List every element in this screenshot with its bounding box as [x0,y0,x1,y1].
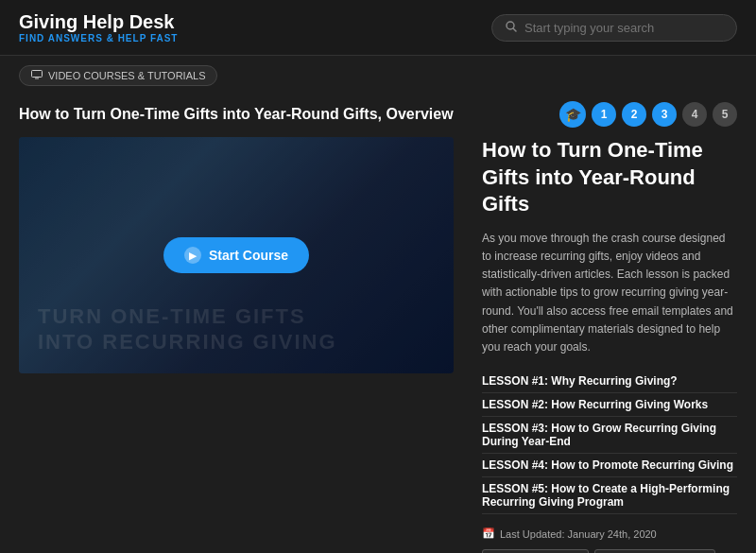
course-icon: 🎓 [559,101,586,128]
logo-area: Giving Help Desk FIND ANSWERS & HELP FAS… [19,11,178,43]
step-1[interactable]: 1 [592,102,616,127]
svg-line-1 [513,28,516,31]
step-3[interactable]: 3 [652,102,677,127]
breadcrumb-button[interactable]: VIDEO COURSES & TUTORIALS [19,65,217,86]
tag-video-courses[interactable]: VIDEO COURSES [482,549,589,553]
nav-bar: VIDEO COURSES & TUTORIALS [0,56,756,95]
page-title-bar: How to Turn One-Time Gifts into Year-Rou… [0,95,756,137]
lesson-2[interactable]: LESSON #2: How Recurring Giving Works [482,393,737,417]
step-4[interactable]: 4 [682,102,707,127]
step-2[interactable]: 2 [622,102,646,127]
calendar-icon: 📅 [482,527,495,540]
header: Giving Help Desk FIND ANSWERS & HELP FAS… [0,0,756,56]
lesson-list: LESSON #1: Why Recurring Giving? LESSON … [482,370,737,514]
video-overlay: ▶ Start Course [19,137,454,373]
lesson-5[interactable]: LESSON #5: How to Create a High-Performi… [482,477,737,514]
search-icon [506,21,517,35]
search-bar[interactable] [491,14,737,42]
monitor-icon [31,70,43,81]
video-container: turn one-time giftsinto recurring giving… [19,137,454,373]
start-course-button[interactable]: ▶ Start Course [163,237,309,273]
logo-title: Giving Help Desk [19,11,178,33]
logo-subtitle: FIND ANSWERS & HELP FAST [19,33,178,43]
last-updated: 📅 Last Updated: January 24th, 2020 [482,527,737,540]
lesson-1[interactable]: LESSON #1: Why Recurring Giving? [482,370,737,393]
lesson-3[interactable]: LESSON #3: How to Grow Recurring Giving … [482,417,737,454]
tag-church-planning[interactable]: CHURCH PLANNING [594,549,714,553]
course-title: How to Turn One-Time Gifts into Year-Rou… [482,137,737,218]
lesson-4[interactable]: LESSON #4: How to Promote Recurring Givi… [482,454,737,477]
svg-rect-2 [32,71,43,78]
video-panel: turn one-time giftsinto recurring giving… [19,137,463,553]
tags-row: VIDEO COURSES CHURCH PLANNING ONLINE GIV… [482,549,737,553]
breadcrumb-label: VIDEO COURSES & TUTORIALS [48,70,205,81]
start-course-label: Start Course [209,248,288,263]
search-input[interactable] [524,21,723,35]
step-5[interactable]: 5 [713,102,737,127]
info-panel: How to Turn One-Time Gifts into Year-Rou… [463,137,737,553]
main-content: turn one-time giftsinto recurring giving… [0,137,756,553]
step-indicators: 🎓 1 2 3 4 5 [559,101,737,128]
play-icon: ▶ [184,247,201,264]
page-title: How to Turn One-Time Gifts into Year-Rou… [19,106,454,123]
course-description: As you move through the crash course des… [482,230,737,356]
